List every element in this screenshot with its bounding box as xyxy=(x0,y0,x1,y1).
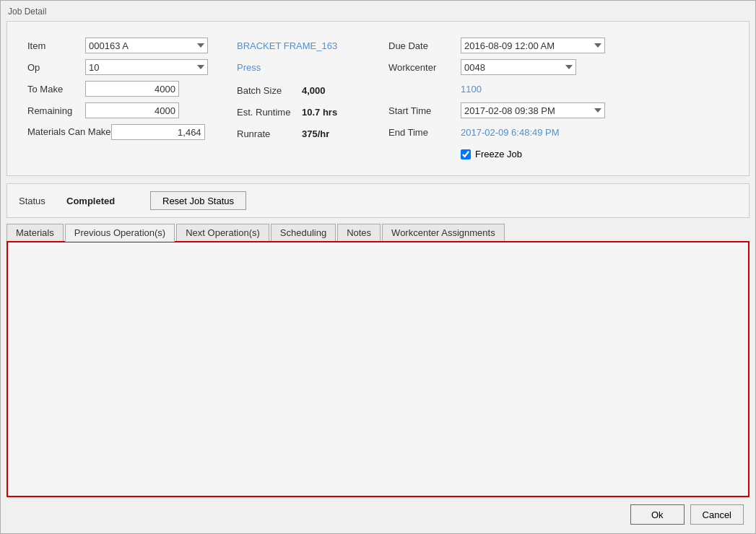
start-time-row: Start Time 2017-02-08 09:38 PM xyxy=(388,102,729,118)
cancel-button[interactable]: Cancel xyxy=(690,504,744,525)
due-date-row: Due Date 2016-08-09 12:00 AM xyxy=(388,38,729,53)
materials-row: Materials Can Make xyxy=(27,124,230,140)
batch-extra-row: 1100 xyxy=(388,81,729,97)
op-desc-row: Press xyxy=(237,59,374,75)
op-description: Press xyxy=(237,62,261,73)
materials-label: Materials Can Make xyxy=(27,126,111,139)
tab-notes[interactable]: Notes xyxy=(337,224,381,242)
batch-size-label: Batch Size xyxy=(237,85,302,96)
top-section: Item 000163 A Op 10 To Make Remaining xyxy=(6,21,750,176)
workcenter-label: Workcenter xyxy=(388,62,461,73)
runrate-value: 375/hr xyxy=(302,128,329,139)
status-section: Status Completed Reset Job Status xyxy=(6,183,750,218)
status-value: Completed xyxy=(66,196,139,206)
remaining-label: Remaining xyxy=(27,105,85,116)
runrate-row: Runrate 375/hr xyxy=(237,126,374,141)
est-runtime-row: Est. Runtime 10.7 hrs xyxy=(237,104,374,120)
status-label: Status xyxy=(19,196,55,206)
tabs-area: Materials Previous Operation(s) Next Ope… xyxy=(6,224,750,497)
start-time-select[interactable]: 2017-02-08 09:38 PM xyxy=(461,102,605,118)
reset-job-status-button[interactable]: Reset Job Status xyxy=(150,191,246,210)
freeze-job-label: Freeze Job xyxy=(475,149,522,159)
batch-size-row: Batch Size 4,000 xyxy=(237,82,374,98)
item-row: Item 000163 A xyxy=(27,38,230,53)
job-detail-dialog: Job Detail Item 000163 A Op 10 xyxy=(0,0,756,534)
op-label: Op xyxy=(27,62,85,73)
batch-size-value: 4,000 xyxy=(302,85,326,96)
item-desc-row: BRACKET FRAME_163 xyxy=(237,38,374,53)
tab-materials[interactable]: Materials xyxy=(6,224,64,242)
batch-extra-value: 1100 xyxy=(461,84,482,95)
due-date-select[interactable]: 2016-08-09 12:00 AM xyxy=(461,38,605,53)
tab-content xyxy=(6,241,750,497)
to-make-row: To Make xyxy=(27,81,230,97)
to-make-input[interactable] xyxy=(85,81,179,97)
freeze-job-checkbox[interactable] xyxy=(461,149,471,159)
start-time-label: Start Time xyxy=(388,105,461,116)
ok-button[interactable]: Ok xyxy=(630,504,685,525)
materials-input[interactable] xyxy=(111,124,205,140)
workcenter-row: Workcenter 0048 xyxy=(388,59,729,75)
bottom-bar: Ok Cancel xyxy=(6,497,750,528)
remaining-row: Remaining xyxy=(27,102,230,118)
tab-next-operations[interactable]: Next Operation(s) xyxy=(176,224,269,242)
op-row: Op 10 xyxy=(27,59,230,75)
end-time-value: 2017-02-09 6:48:49 PM xyxy=(461,127,560,138)
item-select[interactable]: 000163 A xyxy=(85,38,208,53)
est-runtime-value: 10.7 hrs xyxy=(302,107,337,118)
tab-scheduling[interactable]: Scheduling xyxy=(271,224,336,242)
runrate-label: Runrate xyxy=(237,128,302,139)
end-time-label: End Time xyxy=(388,127,461,138)
est-runtime-label: Est. Runtime xyxy=(237,107,302,118)
fields-area: Item 000163 A Op 10 To Make Remaining xyxy=(19,30,737,167)
dialog-title: Job Detail xyxy=(6,6,750,17)
freeze-job-row: Freeze Job xyxy=(461,149,729,159)
tab-workcenter-assignments[interactable]: Workcenter Assignments xyxy=(382,224,505,242)
col1: Item 000163 A Op 10 To Make Remaining xyxy=(27,38,230,159)
item-description: BRACKET FRAME_163 xyxy=(237,40,337,51)
op-select[interactable]: 10 xyxy=(85,59,208,75)
end-time-row: End Time 2017-02-09 6:48:49 PM xyxy=(388,124,729,140)
tab-bar: Materials Previous Operation(s) Next Ope… xyxy=(6,224,750,242)
col2: BRACKET FRAME_163 Press Batch Size 4,000… xyxy=(230,38,374,159)
remaining-input[interactable] xyxy=(85,102,179,118)
tab-previous-operations[interactable]: Previous Operation(s) xyxy=(65,224,175,242)
due-date-label: Due Date xyxy=(388,40,461,51)
col3: Due Date 2016-08-09 12:00 AM Workcenter … xyxy=(374,38,729,159)
item-label: Item xyxy=(27,40,85,51)
workcenter-select[interactable]: 0048 xyxy=(461,59,576,75)
to-make-label: To Make xyxy=(27,84,85,95)
